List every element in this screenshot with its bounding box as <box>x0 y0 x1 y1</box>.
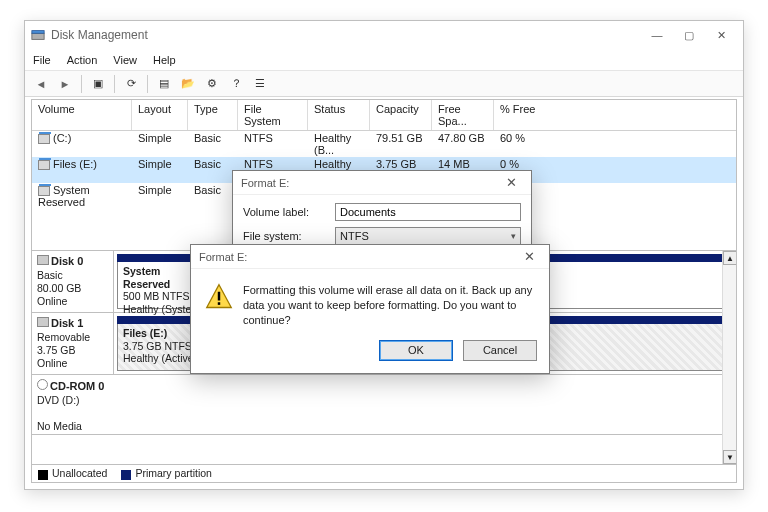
close-button[interactable]: ✕ <box>705 24 737 46</box>
confirm-message: Formatting this volume will erase all da… <box>243 283 535 328</box>
settings-icon[interactable]: ⚙ <box>202 74 222 94</box>
col-pct[interactable]: % Free <box>494 100 736 130</box>
col-volume[interactable]: Volume <box>32 100 132 130</box>
toolbar-separator <box>114 75 115 93</box>
disk-row[interactable]: CD-ROM 0 DVD (D:) No Media <box>32 375 736 435</box>
drive-icon <box>38 134 50 144</box>
maximize-button[interactable]: ▢ <box>673 24 705 46</box>
menu-view[interactable]: View <box>113 54 137 66</box>
svg-rect-1 <box>32 31 44 34</box>
svg-rect-3 <box>218 292 220 301</box>
vertical-scrollbar[interactable]: ▲ ▼ <box>722 251 736 464</box>
window-title: Disk Management <box>51 28 641 42</box>
menu-action[interactable]: Action <box>67 54 98 66</box>
svg-rect-0 <box>32 33 44 39</box>
dialog-title: Format E: <box>199 251 247 263</box>
dialog-titlebar[interactable]: Format E: ✕ <box>233 171 531 195</box>
ok-button[interactable]: OK <box>379 340 453 361</box>
disk-label: Disk 0 Basic 80.00 GB Online <box>32 251 114 312</box>
drive-icon <box>38 160 50 170</box>
col-status[interactable]: Status <box>308 100 370 130</box>
warning-icon <box>205 283 233 311</box>
close-icon[interactable]: ✕ <box>518 249 541 264</box>
disk-icon <box>37 317 49 327</box>
menubar: File Action View Help <box>25 49 743 71</box>
svg-rect-4 <box>218 302 220 305</box>
unallocated-swatch <box>38 470 48 480</box>
properties-icon[interactable]: ▤ <box>154 74 174 94</box>
refresh-icon[interactable]: ⟳ <box>121 74 141 94</box>
disk-label: Disk 1 Removable 3.75 GB Online <box>32 313 114 374</box>
toolbar-separator <box>147 75 148 93</box>
col-layout[interactable]: Layout <box>132 100 188 130</box>
table-row[interactable]: (C:) Simple Basic NTFS Healthy (B... 79.… <box>32 131 736 157</box>
toolbar-separator <box>81 75 82 93</box>
forward-button[interactable]: ► <box>55 74 75 94</box>
app-icon <box>31 28 45 42</box>
dialog-title: Format E: <box>241 177 289 189</box>
volume-label-label: Volume label: <box>243 206 335 218</box>
confirm-dialog[interactable]: Format E: ✕ Formatting this volume will … <box>190 244 550 374</box>
col-capacity[interactable]: Capacity <box>370 100 432 130</box>
dialog-titlebar[interactable]: Format E: ✕ <box>191 245 549 269</box>
open-icon[interactable]: 📂 <box>178 74 198 94</box>
minimize-button[interactable]: — <box>641 24 673 46</box>
up-icon[interactable]: ▣ <box>88 74 108 94</box>
col-fs[interactable]: File System <box>238 100 308 130</box>
disk-icon <box>37 255 49 265</box>
close-icon[interactable]: ✕ <box>500 175 523 190</box>
primary-swatch <box>121 470 131 480</box>
list-icon[interactable]: ☰ <box>250 74 270 94</box>
volume-label-input[interactable] <box>335 203 521 221</box>
disk-label: CD-ROM 0 DVD (D:) No Media <box>32 375 736 434</box>
titlebar[interactable]: Disk Management — ▢ ✕ <box>25 21 743 49</box>
cancel-button[interactable]: Cancel <box>463 340 537 361</box>
col-free[interactable]: Free Spa... <box>432 100 494 130</box>
toolbar: ◄ ► ▣ ⟳ ▤ 📂 ⚙ ？ ☰ <box>25 71 743 97</box>
volume-table-header: Volume Layout Type File System Status Ca… <box>32 100 736 131</box>
menu-file[interactable]: File <box>33 54 51 66</box>
help-icon[interactable]: ？ <box>226 74 246 94</box>
file-system-label: File system: <box>243 230 335 242</box>
cd-icon <box>37 379 48 390</box>
back-button[interactable]: ◄ <box>31 74 51 94</box>
file-system-select[interactable]: NTFS ▾ <box>335 227 521 245</box>
drive-icon <box>38 186 50 196</box>
col-type[interactable]: Type <box>188 100 238 130</box>
legend: Unallocated Primary partition <box>32 464 736 482</box>
scroll-up-icon[interactable]: ▲ <box>723 251 736 265</box>
menu-help[interactable]: Help <box>153 54 176 66</box>
chevron-down-icon: ▾ <box>511 231 516 241</box>
scroll-down-icon[interactable]: ▼ <box>723 450 736 464</box>
